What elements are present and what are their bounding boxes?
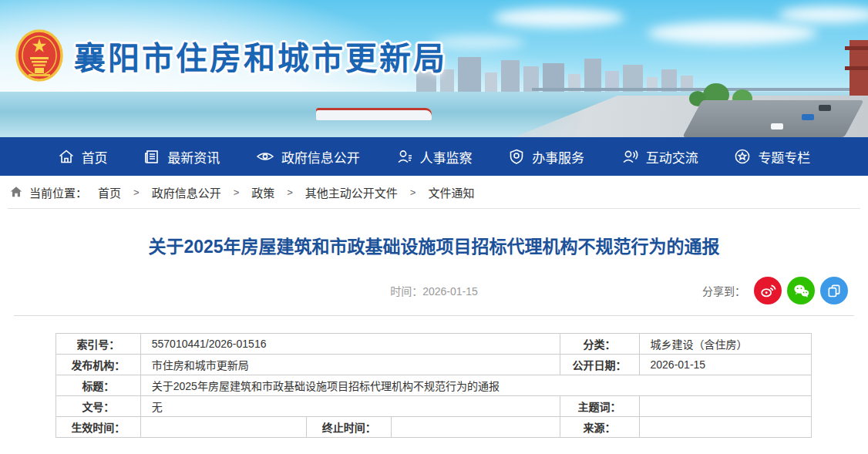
table-row: 发布机构： 市住房和城市更新局 公开日期： 2026-01-15 bbox=[56, 355, 812, 375]
weibo-share-button[interactable] bbox=[754, 277, 782, 304]
home-icon bbox=[58, 148, 75, 165]
boat bbox=[316, 108, 432, 120]
news-icon bbox=[143, 148, 160, 165]
category-value: 城乡建设（含住房） bbox=[639, 334, 811, 355]
category-label: 分类： bbox=[560, 334, 639, 355]
cloud bbox=[493, 8, 624, 28]
breadcrumb-separator: > bbox=[287, 187, 293, 198]
eye-icon bbox=[256, 148, 274, 165]
source-label: 来源： bbox=[560, 417, 639, 438]
nav-item-interaction[interactable]: 互动交流 bbox=[621, 147, 698, 166]
pagoda bbox=[849, 40, 868, 96]
share-label: 分享到： bbox=[702, 283, 745, 298]
effective-date-label: 生效时间： bbox=[56, 417, 141, 438]
article-meta-row: 时间：2026-01-15 分享到： bbox=[0, 275, 868, 304]
site-brand: 襄阳市住房和城市更新局 bbox=[15, 29, 447, 82]
site-banner: 襄阳市住房和城市更新局 bbox=[0, 0, 868, 137]
effective-date-value bbox=[140, 417, 307, 438]
weibo-icon bbox=[759, 282, 776, 299]
doc-number-value: 无 bbox=[140, 396, 560, 417]
city-skyline bbox=[416, 54, 837, 92]
doc-number-label: 文号： bbox=[56, 396, 141, 417]
site-name: 襄阳市住房和城市更新局 bbox=[74, 32, 447, 79]
expiry-date-label: 终止时间： bbox=[307, 417, 392, 438]
breadcrumb-label: 当前位置： bbox=[29, 184, 87, 200]
chat-people-icon bbox=[621, 148, 639, 165]
table-row: 生效时间： 终止时间： 来源： bbox=[56, 417, 812, 438]
page-title: 关于2025年房屋建筑和市政基础设施项目招标代理机构不规范行为的通报 bbox=[0, 232, 868, 258]
national-emblem-icon bbox=[15, 29, 63, 82]
keywords-label: 主题词： bbox=[560, 396, 639, 417]
person-icon bbox=[396, 148, 413, 165]
table-row: 索引号： 557010441/2026-01516 分类： 城乡建设（含住房） bbox=[56, 334, 812, 355]
breadcrumb-item-gov-info[interactable]: 政府信息公开 bbox=[152, 184, 221, 200]
index-number-value: 557010441/2026-01516 bbox=[140, 334, 560, 355]
bridge bbox=[532, 88, 856, 91]
main-nav: 首页 最新资讯 政府信息公开 人事监察 办事服务 互动交流 bbox=[0, 137, 868, 176]
home-icon bbox=[9, 185, 23, 199]
index-number-label: 索引号： bbox=[56, 334, 141, 355]
nav-item-label: 人事监察 bbox=[420, 147, 473, 166]
publish-date-label: 公开日期： bbox=[560, 355, 639, 375]
nav-item-label: 专题专栏 bbox=[758, 147, 810, 166]
issuing-agency-label: 发布机构： bbox=[56, 355, 141, 375]
nav-item-label: 最新资讯 bbox=[167, 147, 220, 166]
nav-item-home[interactable]: 首页 bbox=[58, 147, 108, 166]
keywords-value bbox=[639, 396, 811, 417]
copy-link-icon bbox=[826, 283, 842, 298]
nav-item-label: 政府信息公开 bbox=[281, 147, 360, 166]
share-bar: 分享到： bbox=[702, 277, 848, 304]
nav-item-special-columns[interactable]: 专题专栏 bbox=[734, 147, 810, 166]
nav-item-label: 首页 bbox=[82, 147, 108, 166]
car bbox=[819, 105, 831, 111]
car bbox=[771, 123, 783, 129]
nav-item-news[interactable]: 最新资讯 bbox=[143, 147, 220, 166]
cloud bbox=[648, 22, 817, 45]
nav-item-gov-info[interactable]: 政府信息公开 bbox=[256, 147, 360, 166]
source-value bbox=[639, 417, 811, 438]
document-meta-table: 索引号： 557010441/2026-01516 分类： 城乡建设（含住房） … bbox=[56, 333, 812, 438]
breadcrumb: 当前位置： 首页 > 政府信息公开 > 政策 > 其他主动公开文件 > 文件通知 bbox=[0, 176, 868, 208]
car bbox=[802, 114, 814, 120]
issuing-agency-value: 市住房和城市更新局 bbox=[140, 355, 560, 375]
expiry-date-value bbox=[392, 417, 560, 438]
content-divider bbox=[14, 315, 854, 316]
copy-link-share-button[interactable] bbox=[820, 277, 848, 304]
doc-title-value: 关于2025年房屋建筑和市政基础设施项目招标代理机构不规范行为的通报 bbox=[140, 375, 811, 396]
doc-title-label: 标题： bbox=[56, 375, 141, 396]
road bbox=[682, 100, 864, 137]
time-label: 时间： bbox=[390, 285, 422, 298]
breadcrumb-item-home[interactable]: 首页 bbox=[98, 184, 121, 200]
table-row: 标题： 关于2025年房屋建筑和市政基础设施项目招标代理机构不规范行为的通报 bbox=[56, 375, 812, 396]
nav-item-personnel[interactable]: 人事监察 bbox=[396, 147, 473, 166]
breadcrumb-divider bbox=[8, 208, 860, 209]
star-circle-icon bbox=[734, 148, 751, 165]
breadcrumb-item-policy[interactable]: 政策 bbox=[251, 184, 274, 200]
table-row: 文号： 无 主题词： bbox=[56, 396, 812, 417]
nav-item-label: 办事服务 bbox=[532, 147, 584, 166]
breadcrumb-separator: > bbox=[133, 187, 140, 198]
breadcrumb-separator: > bbox=[410, 187, 416, 198]
publish-date-value: 2026-01-15 bbox=[639, 355, 811, 375]
breadcrumb-separator: > bbox=[234, 187, 240, 198]
breadcrumb-item-other-public-docs[interactable]: 其他主动公开文件 bbox=[305, 184, 398, 200]
shield-icon bbox=[508, 148, 525, 165]
breadcrumb-item-document-notice[interactable]: 文件通知 bbox=[428, 184, 474, 200]
wechat-icon bbox=[792, 282, 810, 300]
nav-item-label: 互动交流 bbox=[646, 147, 698, 166]
nav-item-services[interactable]: 办事服务 bbox=[508, 147, 584, 166]
time-value: 2026-01-15 bbox=[422, 285, 478, 298]
wechat-share-button[interactable] bbox=[787, 277, 815, 304]
